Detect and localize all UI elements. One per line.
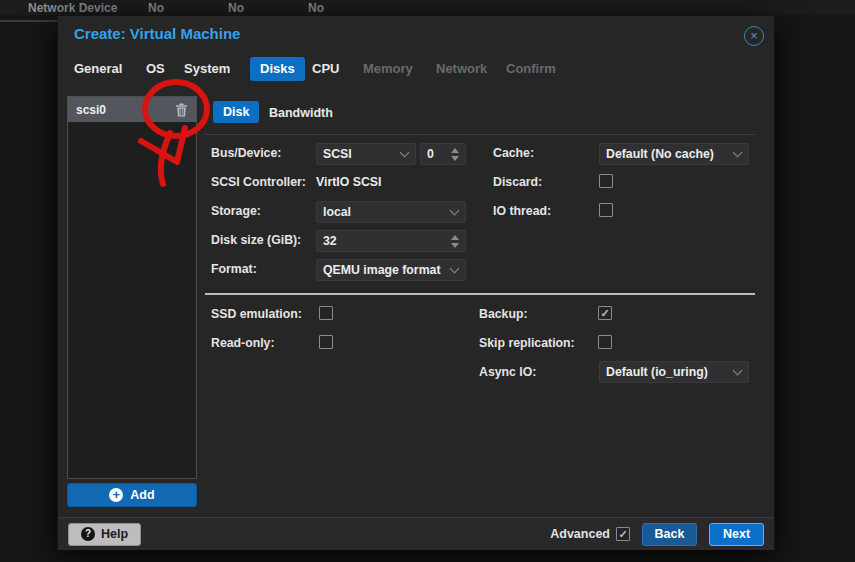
chevron-down-icon [400, 147, 410, 157]
spinner-up-down-icon[interactable] [451, 148, 459, 161]
discard-checkbox[interactable] [599, 174, 613, 188]
ssd-emulation-checkbox[interactable] [319, 306, 333, 320]
add-button-label: Add [130, 488, 154, 502]
async-io-label: Async IO: [479, 365, 536, 379]
scsi-controller-value: VirtIO SCSI [316, 175, 381, 189]
scsi-controller-label: SCSI Controller: [211, 175, 306, 189]
tab-system[interactable]: System [184, 56, 230, 82]
tab-os[interactable]: OS [146, 56, 165, 82]
back-button[interactable]: Back [642, 523, 697, 546]
skip-replication-checkbox[interactable] [598, 335, 612, 349]
tab-confirm: Confirm [506, 56, 556, 82]
subtab-bandwidth[interactable]: Bandwidth [269, 106, 333, 120]
ssd-emulation-label: SSD emulation: [211, 307, 302, 321]
skip-replication-label: Skip replication: [479, 336, 575, 350]
help-button[interactable]: ? Help [68, 523, 141, 546]
background-table-header: Network Device No No No [0, 0, 855, 15]
disk-size-spinner[interactable]: 32 [316, 230, 466, 252]
backup-checkbox[interactable] [598, 306, 612, 320]
disk-list-item-scsi0[interactable]: scsi0 [68, 97, 196, 122]
proxmox-screen: Network Device No No No Create: Virtual … [0, 0, 855, 562]
next-button[interactable]: Next [709, 523, 764, 546]
help-button-label: Help [101, 527, 128, 541]
plus-icon: + [109, 488, 123, 502]
advanced-section-divider [205, 293, 755, 295]
read-only-checkbox[interactable] [319, 335, 333, 349]
format-select[interactable]: QEMU image format [316, 259, 466, 281]
cache-select[interactable]: Default (No cache) [599, 143, 749, 165]
storage-label: Storage: [211, 204, 261, 218]
async-io-select[interactable]: Default (io_uring) [599, 361, 749, 383]
discard-label: Discard: [493, 175, 542, 189]
dialog-title: Create: Virtual Machine [74, 25, 240, 42]
advanced-checkbox[interactable] [616, 527, 630, 541]
disk-list-panel: scsi0 [67, 96, 197, 479]
bg-row-divider [0, 20, 57, 22]
io-thread-label: IO thread: [493, 204, 551, 218]
trash-icon[interactable] [175, 103, 188, 117]
disk-size-label: Disk size (GiB): [211, 233, 301, 247]
advanced-label: Advanced [550, 527, 610, 541]
tab-network: Network [436, 56, 487, 82]
cache-label: Cache: [493, 146, 534, 160]
chevron-down-icon [733, 147, 743, 157]
add-disk-button[interactable]: + Add [67, 483, 197, 507]
chevron-down-icon [450, 205, 460, 215]
chevron-down-icon [450, 263, 460, 273]
tab-cpu[interactable]: CPU [312, 56, 339, 82]
bg-column-network-device: Network Device [28, 1, 117, 15]
bus-device-select[interactable]: SCSI [316, 143, 416, 165]
close-icon[interactable]: × [744, 26, 764, 46]
create-vm-dialog: Create: Virtual Machine × General OS Sys… [57, 15, 775, 550]
disk-item-label: scsi0 [76, 103, 106, 117]
spinner-up-down-icon[interactable] [451, 235, 459, 248]
advanced-toggle[interactable]: Advanced [550, 527, 630, 541]
subtab-divider [205, 134, 755, 135]
tab-general[interactable]: General [74, 56, 122, 82]
read-only-label: Read-only: [211, 336, 275, 350]
bus-device-number-spinner[interactable]: 0 [420, 143, 466, 165]
io-thread-checkbox[interactable] [599, 203, 613, 217]
format-label: Format: [211, 262, 257, 276]
bg-column-no-1: No [148, 1, 164, 15]
dialog-footer: ? Help Advanced Back Next [58, 517, 774, 550]
bg-column-no-3: No [308, 1, 324, 15]
subtab-disk[interactable]: Disk [213, 101, 259, 123]
chevron-down-icon [733, 365, 743, 375]
backup-label: Backup: [479, 307, 528, 321]
bus-device-label: Bus/Device: [211, 146, 281, 160]
storage-select[interactable]: local [316, 201, 466, 223]
tab-disks[interactable]: Disks [250, 57, 305, 81]
question-icon: ? [81, 527, 95, 541]
tab-memory: Memory [363, 56, 413, 82]
wizard-tab-bar: General OS System Disks CPU Memory Netwo… [58, 56, 774, 82]
bg-column-no-2: No [228, 1, 244, 15]
